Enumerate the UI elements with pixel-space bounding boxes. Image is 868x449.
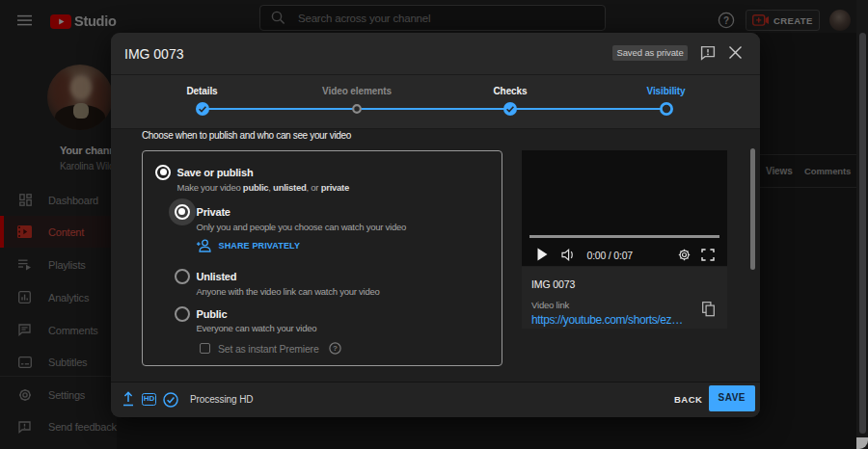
svg-text:?: ?: [333, 344, 338, 353]
